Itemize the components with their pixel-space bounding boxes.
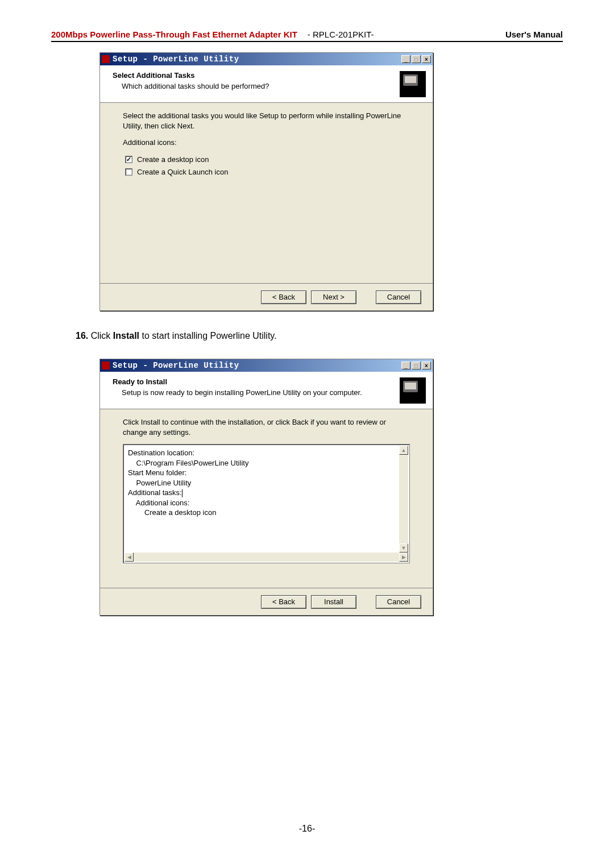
- summary-line: Additional tasks:: [128, 488, 399, 498]
- checkbox-desktop-icon[interactable]: ✓: [125, 156, 132, 163]
- scroll-up-icon[interactable]: ▲: [399, 446, 408, 455]
- maximize-button: □: [412, 55, 421, 63]
- setup-icon: [400, 71, 426, 97]
- summary-line: Destination location:: [128, 448, 399, 458]
- wizard-header: Ready to Install Setup is now ready to b…: [100, 372, 433, 409]
- wizard-heading: Select Additional Tasks: [113, 71, 400, 80]
- scroll-left-icon[interactable]: ◀: [125, 553, 134, 562]
- product-name: 200Mbps Powerline Pass-Through Fast Ethe…: [51, 30, 297, 39]
- checkbox-row-desktop[interactable]: ✓ Create a desktop icon: [125, 155, 410, 165]
- summary-line: Additional icons:: [128, 498, 399, 508]
- window-title: Setup - PowerLine Utility: [113, 361, 239, 370]
- window-title: Setup - PowerLine Utility: [113, 55, 239, 64]
- step-number: 16.: [76, 331, 88, 340]
- checkbox-quicklaunch-icon[interactable]: [125, 168, 132, 176]
- summary-textarea[interactable]: Destination location: C:\Program Files\P…: [123, 444, 410, 563]
- instruction-text: Select the additional tasks you would li…: [123, 111, 410, 131]
- checkbox-label: Create a Quick Launch icon: [137, 167, 228, 177]
- setup-icon: [400, 377, 426, 404]
- wizard-subheading: Which additional tasks should be perform…: [122, 82, 400, 90]
- minimize-button[interactable]: _: [401, 362, 410, 369]
- app-icon: [102, 55, 110, 63]
- text-cursor: [182, 489, 182, 497]
- model-code: - RPLC-201PKIT-: [308, 30, 374, 39]
- wizard-header: Select Additional Tasks Which additional…: [100, 65, 433, 103]
- page-header: 200Mbps Powerline Pass-Through Fast Ethe…: [51, 30, 563, 42]
- scroll-down-icon[interactable]: ▼: [399, 543, 408, 553]
- back-button[interactable]: < Back: [261, 290, 306, 304]
- step-instruction: 16. Click Install to start installing Po…: [76, 331, 277, 341]
- doc-type: User's Manual: [505, 30, 563, 39]
- summary-line: C:\Program Files\PowerLine Utility: [128, 458, 399, 468]
- titlebar[interactable]: Setup - PowerLine Utility _ □ ×: [100, 53, 433, 65]
- checkbox-label: Create a desktop icon: [137, 155, 209, 165]
- setup-dialog-tasks: Setup - PowerLine Utility _ □ × Select A…: [99, 52, 433, 311]
- wizard-body: Select the additional tasks you would li…: [100, 103, 433, 188]
- minimize-button[interactable]: _: [401, 55, 410, 63]
- titlebar[interactable]: Setup - PowerLine Utility _ □ ×: [100, 359, 433, 372]
- app-icon: [102, 362, 110, 369]
- instruction-bold: Install: [113, 331, 139, 340]
- wizard-subheading: Setup is now ready to begin installing P…: [122, 388, 400, 397]
- checkbox-row-quicklaunch[interactable]: Create a Quick Launch icon: [125, 167, 410, 177]
- wizard-footer: < Back Install Cancel: [100, 588, 433, 615]
- close-button[interactable]: ×: [422, 362, 431, 369]
- summary-line: Create a desktop icon: [128, 508, 399, 518]
- instruction-text: Click Install to continue with the insta…: [123, 417, 410, 437]
- vertical-scrollbar[interactable]: ▲ ▼: [399, 446, 408, 553]
- setup-dialog-ready: Setup - PowerLine Utility _ □ × Ready to…: [99, 359, 433, 616]
- summary-line: Start Menu folder:: [128, 468, 399, 478]
- close-button[interactable]: ×: [422, 55, 431, 63]
- section-label: Additional icons:: [123, 138, 410, 148]
- install-button[interactable]: Install: [311, 595, 356, 609]
- instruction-pre: Click: [91, 331, 113, 340]
- cancel-button[interactable]: Cancel: [376, 290, 421, 304]
- cancel-button[interactable]: Cancel: [376, 595, 421, 609]
- horizontal-scrollbar[interactable]: ◀ ▶: [125, 553, 408, 562]
- summary-line: PowerLine Utility: [128, 478, 399, 488]
- scroll-right-icon[interactable]: ▶: [399, 553, 408, 562]
- page-number: -16-: [0, 824, 614, 834]
- wizard-body: Click Install to continue with the insta…: [100, 409, 433, 571]
- back-button[interactable]: < Back: [261, 595, 306, 609]
- instruction-post: to start installing Powerline Utility.: [139, 331, 277, 340]
- next-button[interactable]: Next >: [311, 290, 356, 304]
- wizard-footer: < Back Next > Cancel: [100, 283, 433, 310]
- wizard-heading: Ready to Install: [113, 377, 400, 386]
- maximize-button: □: [412, 362, 421, 369]
